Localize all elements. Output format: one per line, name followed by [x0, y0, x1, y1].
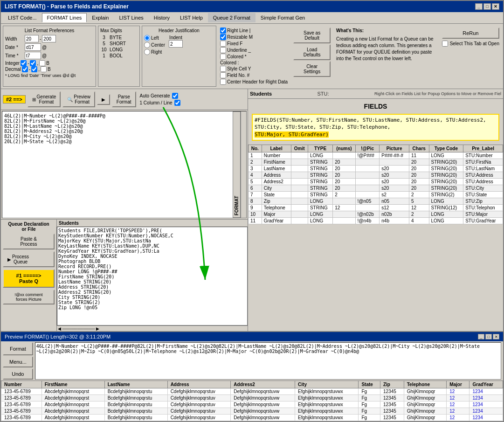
queue-left: Queue Declarationor File Paste &Process …	[1, 220, 57, 331]
preview-close-btn[interactable]: ✕	[493, 334, 499, 339]
decimal-cb1[interactable]	[22, 66, 28, 72]
tab-list-lines[interactable]: LIST Lines	[114, 13, 148, 22]
table-cell	[291, 185, 308, 192]
format-btn[interactable]: Format	[3, 342, 33, 355]
tab-format-lines[interactable]: FORMAT Lines	[42, 13, 87, 22]
col-line-cb[interactable]	[174, 100, 180, 106]
tab-history[interactable]: History	[149, 13, 175, 22]
paste-process-btn[interactable]: Paste &Process	[3, 234, 55, 249]
auto-gen-cb[interactable]	[172, 93, 178, 99]
tab-queue2format[interactable]: Queue 2 Format	[208, 13, 255, 22]
whats-text: Creating a new List Format for a Queue c…	[336, 36, 436, 62]
fields-table-wrap[interactable]: No. Label Omit TYPE (nums) !@Pic Picture…	[248, 145, 503, 331]
paste-q-btn[interactable]: #1 =====>Paste Q	[3, 269, 55, 288]
decimal-cb2[interactable]	[31, 66, 37, 72]
table-cell: 20	[333, 172, 355, 179]
save-default-btn[interactable]: Save asDefault	[293, 28, 331, 43]
table-row: 8ZipLONG!@n05n055LONGSTU:Zip	[249, 198, 503, 205]
generate-format-btn[interactable]: ⊞ GenerateFormat	[28, 91, 61, 107]
radio-center-input[interactable]	[144, 42, 150, 48]
integer-cb2[interactable]	[30, 60, 36, 66]
table-cell: 2	[333, 192, 355, 198]
preview-format-btn[interactable]: 🔍 PreviewFormat	[62, 91, 95, 107]
preview-text-area[interactable]: 46L(2)|M~Number ~L(2)@P###-##-####P@82L(…	[35, 342, 501, 380]
tab-list-help[interactable]: LIST Help	[175, 13, 208, 22]
data-cell: Defghijklmnopqrstuvw	[231, 388, 295, 395]
maximize-btn[interactable]: □	[483, 3, 491, 10]
arrow-btn[interactable]: ▶	[97, 94, 110, 105]
table-cell: State	[262, 192, 291, 198]
parse-format-btn[interactable]: ParseFormat	[112, 91, 136, 107]
process-queue-btn[interactable]: ▶ProcessQueue	[3, 251, 55, 267]
close-btn[interactable]: ✕	[492, 3, 499, 10]
width-input2[interactable]	[42, 35, 56, 42]
cb-center-input[interactable]	[220, 79, 226, 85]
queue-list-item: Record RECORD,PRE()	[58, 264, 246, 269]
preview-title-bar: Preview FORMAT() Length=302 @ 3:11:20PM …	[1, 332, 503, 341]
data-cell: Efghijklmnopqrstuvwx	[295, 401, 359, 408]
prefs-box: List Format Preferences Width - Date * @…	[3, 26, 96, 87]
data-cell: 12	[447, 401, 469, 408]
middle-section: #2 ==> ⊞ GenerateFormat 🔍 PreviewFormat …	[1, 89, 503, 331]
stu-label: STU:	[317, 91, 329, 97]
preview-max-btn[interactable]: □	[485, 334, 492, 339]
rerun-btn[interactable]: ReRun	[442, 28, 499, 39]
table-cell: 8	[249, 198, 262, 205]
select-tab-input[interactable]	[442, 41, 448, 47]
th-label: Label	[262, 145, 291, 152]
fields-content: #FIELDS(STU:Number, STU:FirstName, STU:L…	[252, 114, 499, 141]
cb-fieldno-input[interactable]	[220, 72, 226, 78]
preview-minimize-btn[interactable]: _	[478, 334, 484, 339]
table-cell	[291, 166, 308, 172]
integer-cb3[interactable]	[39, 60, 45, 66]
cb-style-input[interactable]	[220, 66, 226, 72]
queue-hscrollbar[interactable]: ◀ ─────────── ▶	[57, 325, 248, 331]
cb-colored-input[interactable]	[220, 54, 226, 60]
tab-simple-format[interactable]: Simple Format Gen	[255, 13, 310, 22]
generate-bar: #2 ==> ⊞ GenerateFormat 🔍 PreviewFormat …	[1, 89, 248, 110]
undo-btn[interactable]: Undo	[3, 368, 33, 380]
cb-resizable-input[interactable]	[220, 34, 226, 40]
table-cell: s20	[380, 166, 409, 172]
cb-resizable: Resizable M	[220, 34, 288, 40]
tab-explain[interactable]: Explain	[87, 13, 114, 22]
format-scrollbar[interactable]	[241, 111, 246, 218]
select-tab-label: Select This Tab at Open	[450, 41, 499, 46]
col-line-label: 1 Column / Line	[140, 100, 173, 105]
data-cell: Cdefghijklmnopqrstuv	[167, 388, 231, 395]
minimize-btn[interactable]: _	[475, 3, 483, 10]
data-cell: Defghijklmnopqrstuvw	[231, 415, 295, 421]
decimal-cb3[interactable]	[41, 66, 47, 72]
md-bool-label: BOOL	[110, 53, 123, 58]
time-input[interactable]	[25, 52, 41, 59]
integer-cb1[interactable]	[21, 60, 27, 66]
action-buttons: Save asDefault Load Defaults Clear Setti…	[291, 26, 332, 87]
cb-right-line-input[interactable]	[220, 28, 226, 34]
table-cell: Address	[262, 172, 291, 179]
tab-list-code[interactable]: LIST Code...	[3, 13, 42, 22]
radio-left-input[interactable]	[144, 35, 150, 41]
menu-btn[interactable]: Menu...	[3, 356, 33, 367]
cb-fixed-input[interactable]	[220, 41, 226, 47]
fields-header: Students STU: Right-Click on Fields List…	[248, 89, 503, 99]
comment-btn[interactable]: !@xx commentforces Picture	[3, 290, 55, 304]
radio-right-input[interactable]	[144, 49, 150, 55]
format-text-area[interactable]: 46L(2)|M~Number ~L(2)@P###-##-####P@ 82L…	[2, 111, 233, 218]
data-cell: Efghijklmnopqrstuvwx	[295, 415, 359, 421]
table-cell: STRING	[308, 185, 332, 192]
load-defaults-btn[interactable]: Load Defaults	[293, 44, 331, 60]
clear-settings-btn[interactable]: Clear Settings	[293, 61, 331, 77]
cb-fixed-label: Fixed F	[227, 41, 242, 46]
indent-input[interactable]	[169, 40, 183, 48]
data-table: NumberFirstNameLastNameAddressAddress2Ci…	[1, 380, 503, 421]
preview-title: Preview FORMAT() Length=302 @ 3:11:20PM	[5, 334, 110, 339]
indent-box: Indent	[169, 35, 183, 55]
cb-underline-input[interactable]	[220, 47, 226, 53]
th-nums: (nums)	[333, 145, 355, 152]
table-cell: 20	[333, 159, 355, 166]
max-digits-title: Max Digits	[100, 28, 138, 33]
data-cell: 123-45-6789	[1, 401, 42, 408]
date-input[interactable]	[25, 43, 41, 51]
width-input1[interactable]	[25, 35, 39, 42]
queue-list[interactable]: Students FILE,DRIVER('TOPSPEED'),PRE( Ke…	[57, 227, 248, 325]
